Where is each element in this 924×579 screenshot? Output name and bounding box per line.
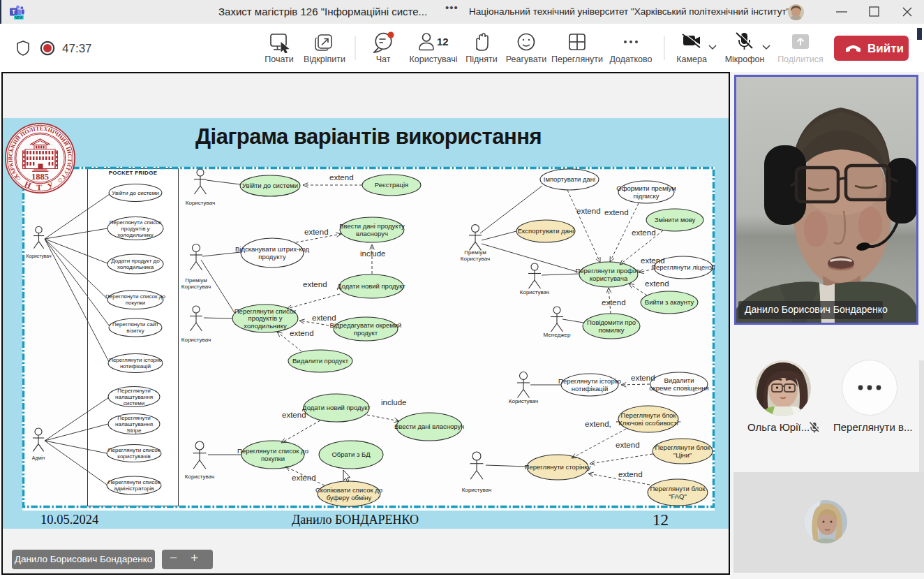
svg-text:extend: extend <box>576 207 601 215</box>
svg-text:extend: extend <box>616 441 640 449</box>
svg-text:extend: extend <box>604 208 629 217</box>
svg-text:include: include <box>360 249 385 258</box>
svg-text:Адмін: Адмін <box>32 455 45 461</box>
svg-text:Додати новий продукт: Додати новий продукт <box>337 282 405 290</box>
svg-text:Переглянути списокадміністрато: Переглянути списокадміністраторів <box>108 479 161 492</box>
svg-text:Додати новий продукт: Додати новий продукт <box>302 404 371 411</box>
svg-text:Реєстрація: Реєстрація <box>375 181 408 189</box>
svg-text:Увійти до системи: Увійти до системи <box>242 182 298 189</box>
svg-text:Користувач: Користувач <box>520 289 549 295</box>
svg-text:Менеджер: Менеджер <box>544 332 571 338</box>
svg-text:Видалити продукт: Видалити продукт <box>292 357 349 365</box>
svg-text:extend: extend <box>641 256 665 265</box>
svg-text:Користувач: Користувач <box>181 337 211 343</box>
svg-text:extend,: extend, <box>585 420 611 428</box>
svg-text:extend: extend <box>292 474 316 482</box>
svg-text:Змінити мову: Змінити мову <box>655 216 696 223</box>
svg-text:Користувач: Користувач <box>509 398 538 404</box>
svg-text:extend: extend <box>631 374 655 382</box>
svg-text:Переглянути сторінку: Переглянути сторінку <box>525 463 591 471</box>
svg-text:Додати продукт дохолодильника: Додати продукт дохолодильника <box>111 258 160 270</box>
svg-text:Вийти з акаунту: Вийти з акаунту <box>645 298 694 306</box>
svg-text:Ввести дані власноруч: Ввести дані власноруч <box>394 423 464 430</box>
svg-text:extend: extend <box>303 280 327 288</box>
svg-text:extend: extend <box>602 298 626 307</box>
svg-text:Обрати з БД: Обрати з БД <box>331 450 371 458</box>
svg-text:ПреміумКористувач: ПреміумКористувач <box>181 277 211 290</box>
svg-text:Експортувати дані: Експортувати дані <box>518 227 574 235</box>
svg-text:Увійти до системи: Увійти до системи <box>112 190 158 196</box>
svg-text:Імпортувати дані: Імпортувати дані <box>544 175 595 183</box>
svg-text:extend: extend <box>282 411 306 419</box>
svg-text:extend: extend <box>632 228 656 237</box>
svg-text:Користувач: Користувач <box>185 474 214 480</box>
svg-text:extend: extend <box>290 329 314 337</box>
svg-text:extend: extend <box>645 279 669 288</box>
svg-text:extend: extend <box>618 470 643 478</box>
svg-text:Користувач: Користувач <box>26 254 51 259</box>
svg-text:extend: extend <box>304 228 329 236</box>
svg-text:1885: 1885 <box>31 172 49 182</box>
svg-text:Користувач: Користувач <box>462 487 491 493</box>
svg-text:extend: extend <box>312 314 336 322</box>
svg-text:Користувач: Користувач <box>186 200 215 206</box>
svg-text:extend: extend <box>329 173 354 182</box>
svg-text:Переглянути блок"Ключові особи: Переглянути блок"Ключові особивості" <box>616 411 680 427</box>
svg-text:include: include <box>381 398 406 406</box>
svg-text:ПреміумКористувач: ПреміумКористувач <box>461 249 490 262</box>
